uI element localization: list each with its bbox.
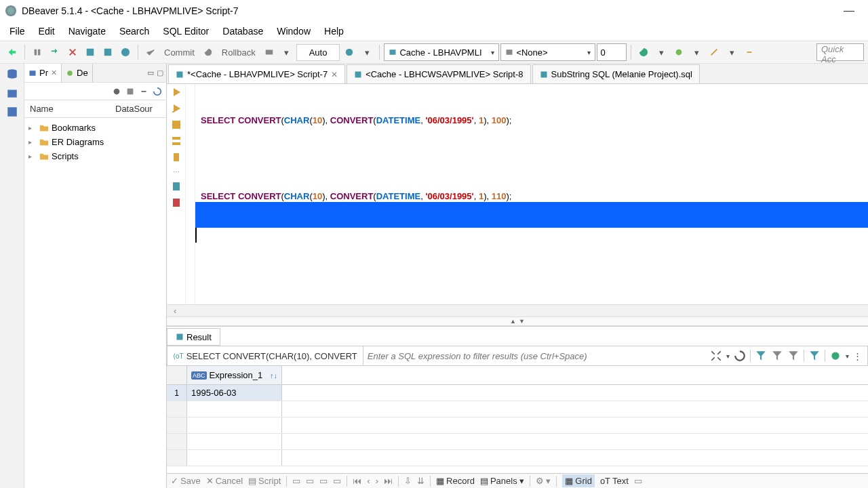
close-icon[interactable]: ✕ bbox=[51, 68, 57, 77]
expand-icon[interactable] bbox=[710, 350, 722, 362]
editor-tab-substring[interactable]: SubString SQL (Melanie Project).sql bbox=[532, 64, 700, 83]
script-button[interactable]: ▤ Script bbox=[248, 476, 281, 486]
next-icon[interactable]: › bbox=[376, 476, 378, 486]
sql-editor-icon[interactable] bbox=[82, 44, 98, 60]
grid-cell[interactable]: 1995-06-03 bbox=[187, 385, 282, 401]
recent-sql-icon[interactable] bbox=[100, 44, 116, 60]
fetch-all-icon[interactable]: ⇊ bbox=[417, 476, 425, 486]
new-sql-icon[interactable] bbox=[117, 44, 134, 60]
menu-help[interactable]: Help bbox=[319, 23, 349, 39]
minimize-panel-icon[interactable]: ▭ bbox=[147, 68, 154, 77]
save-button[interactable]: ✓ Save bbox=[171, 476, 201, 486]
filter-input[interactable] bbox=[363, 346, 705, 365]
menu-icon[interactable]: ⋮ bbox=[853, 351, 862, 361]
schema-combo[interactable]: <None> ▾ bbox=[500, 43, 595, 61]
quick-access-input[interactable]: Quick Acc bbox=[816, 43, 864, 61]
nav-tab-projects[interactable]: Pr ✕ bbox=[24, 64, 62, 82]
txn-log-icon[interactable] bbox=[341, 44, 357, 60]
link-icon[interactable] bbox=[741, 44, 757, 60]
tree-item-bookmarks[interactable]: ▸ Bookmarks bbox=[24, 121, 166, 135]
grid-row[interactable]: 1 1995-06-03 bbox=[167, 385, 868, 401]
db-nav-icon[interactable] bbox=[6, 68, 18, 80]
connect-icon[interactable] bbox=[29, 44, 45, 60]
fetch-icon[interactable]: ⇩ bbox=[404, 476, 412, 486]
menu-database[interactable]: Database bbox=[217, 23, 269, 39]
editor-tab-script8[interactable]: <Cache - LBHCWSAVPMLIVE> Script-8 bbox=[347, 64, 530, 83]
refresh-nav-icon[interactable] bbox=[153, 87, 162, 96]
menu-sql-editor[interactable]: SQL Editor bbox=[157, 23, 214, 39]
tool-icon[interactable] bbox=[671, 44, 687, 60]
filter-remove-icon[interactable] bbox=[771, 350, 783, 362]
connection-combo[interactable]: Cache - LBHAVPMLI ▾ bbox=[384, 43, 499, 61]
copy-row-icon[interactable]: ▭ bbox=[306, 476, 314, 486]
txn-mode-icon[interactable] bbox=[261, 44, 277, 60]
dropdown-arrow-icon[interactable]: ▾ bbox=[846, 352, 849, 360]
sql-editor[interactable]: SELECT CONVERT(CHAR(10), CONVERT(DATETIM… bbox=[195, 84, 868, 304]
rollback-label[interactable]: Rollback bbox=[218, 47, 260, 58]
grid-view-button[interactable]: ▦ Grid bbox=[562, 474, 595, 487]
gear-icon[interactable] bbox=[112, 87, 121, 96]
link-editor-icon[interactable] bbox=[139, 87, 149, 96]
splitter[interactable]: ▲▼ bbox=[167, 317, 868, 326]
invalidate-icon[interactable] bbox=[64, 44, 81, 60]
filter-save-icon[interactable] bbox=[808, 350, 821, 362]
last-icon[interactable]: ⏭ bbox=[384, 476, 393, 486]
tree-item-scripts[interactable]: ▸ Scripts bbox=[24, 149, 166, 163]
commit-label[interactable]: Commit bbox=[160, 47, 199, 58]
prev-icon[interactable]: ‹ bbox=[367, 476, 370, 486]
save-icon[interactable] bbox=[171, 197, 182, 208]
new-connection-icon[interactable] bbox=[4, 44, 20, 60]
sort-icon[interactable]: ↑↓ bbox=[270, 371, 277, 380]
dropdown-arrow-icon[interactable]: ▾ bbox=[724, 44, 740, 60]
load-icon[interactable] bbox=[171, 181, 182, 192]
add-row-icon[interactable]: ▭ bbox=[292, 476, 300, 486]
export-icon[interactable] bbox=[171, 152, 182, 163]
record-toggle[interactable]: ▦ Record bbox=[436, 476, 475, 486]
collapse-icon[interactable] bbox=[125, 87, 135, 96]
filter-custom-icon[interactable] bbox=[787, 350, 800, 362]
counter-input[interactable] bbox=[597, 43, 627, 61]
apply-icon[interactable] bbox=[734, 350, 746, 362]
tree-item-er-diagrams[interactable]: ▸ ER Diagrams bbox=[24, 135, 166, 149]
more-icon[interactable]: ▭ bbox=[634, 476, 642, 486]
close-icon[interactable]: ✕ bbox=[331, 70, 338, 79]
dropdown-arrow-icon[interactable]: ▾ bbox=[653, 44, 669, 60]
result-tab[interactable]: Result bbox=[167, 328, 220, 346]
text-view-button[interactable]: oT Text bbox=[600, 476, 629, 486]
dropdown-arrow-icon[interactable]: ▾ bbox=[688, 44, 705, 60]
minimize-button[interactable]: — bbox=[835, 5, 863, 17]
edit-row-icon[interactable]: ▭ bbox=[333, 476, 341, 486]
execute-new-tab-icon[interactable] bbox=[171, 119, 182, 130]
nav-col-datasource[interactable]: DataSour bbox=[113, 104, 166, 114]
menu-search[interactable]: Search bbox=[114, 23, 155, 39]
dropdown-arrow-icon[interactable]: ▾ bbox=[359, 44, 375, 60]
templates-icon[interactable] bbox=[6, 106, 18, 118]
auto-commit-toggle[interactable]: Auto bbox=[296, 44, 340, 61]
dropdown-arrow-icon[interactable]: ▾ bbox=[726, 352, 730, 360]
explain-icon[interactable] bbox=[171, 136, 182, 146]
execute-icon[interactable] bbox=[171, 87, 182, 98]
cancel-button[interactable]: ✕ Cancel bbox=[206, 476, 243, 486]
horizontal-scrollbar[interactable]: ‹ bbox=[167, 304, 868, 317]
column-header[interactable]: ABCExpression_1 ↑↓ bbox=[187, 366, 282, 384]
projects-icon[interactable] bbox=[6, 87, 18, 99]
nav-tab-de[interactable]: De bbox=[62, 64, 93, 82]
nav-col-name[interactable]: Name bbox=[24, 104, 113, 114]
disconnect-icon[interactable] bbox=[47, 44, 63, 60]
commit-icon[interactable] bbox=[142, 44, 159, 60]
tool2-icon[interactable] bbox=[706, 44, 722, 60]
rownum-header[interactable] bbox=[167, 366, 187, 384]
menu-navigate[interactable]: Navigate bbox=[63, 23, 111, 39]
delete-row-icon[interactable]: ▭ bbox=[319, 476, 328, 486]
refresh-icon[interactable] bbox=[635, 44, 652, 60]
first-icon[interactable]: ⏮ bbox=[353, 476, 361, 486]
menu-edit[interactable]: Edit bbox=[33, 23, 60, 39]
config-icon[interactable] bbox=[829, 350, 842, 362]
editor-tab-script7[interactable]: *<Cache - LBHAVPMLIVE> Script-7 ✕ bbox=[168, 64, 345, 83]
execute-script-icon[interactable] bbox=[171, 103, 182, 114]
rollback-icon[interactable] bbox=[200, 44, 216, 60]
config-icon[interactable]: ⚙ ▾ bbox=[536, 476, 551, 486]
menu-window[interactable]: Window bbox=[271, 23, 316, 39]
maximize-panel-icon[interactable]: ▢ bbox=[157, 68, 163, 77]
dropdown-arrow-icon[interactable]: ▾ bbox=[279, 44, 295, 60]
